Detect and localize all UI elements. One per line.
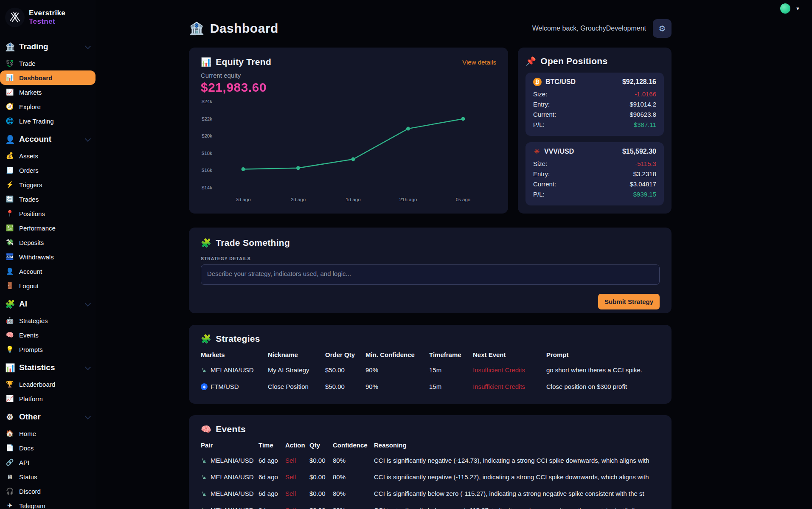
sidebar-item-logout[interactable]: 🚪Logout xyxy=(0,278,96,293)
table-row: 🗽MELANIA/USD6d agoSell$0.0080%CCI is sig… xyxy=(201,502,660,509)
sidebar-section-account[interactable]: 👤Account xyxy=(0,130,96,149)
column-header: Timeframe xyxy=(429,348,473,362)
brand[interactable]: Everstrike Testnet xyxy=(0,4,96,31)
current-equity-label: Current equity xyxy=(201,72,496,79)
sidebar-label: Other xyxy=(19,412,41,422)
event-pair: 🗽MELANIA/USD xyxy=(201,457,258,464)
sidebar-item-triggers[interactable]: ⚡Triggers xyxy=(0,177,96,192)
sidebar-item-platform[interactable]: 📈Platform xyxy=(0,391,96,406)
view-details-link[interactable]: View details xyxy=(462,59,496,66)
assets-icon: 💰 xyxy=(5,152,14,160)
ftm-coin-icon: ◈ xyxy=(201,383,208,390)
trades-icon: 🔄 xyxy=(5,195,14,203)
sidebar-item-api[interactable]: 🔗API xyxy=(0,455,96,470)
trade-something-title: Trade Something xyxy=(216,238,290,248)
sidebar-label: Markets xyxy=(19,89,42,96)
performance-icon: 💹 xyxy=(5,224,14,232)
events-icon: 🧠 xyxy=(5,331,14,339)
position-row: Current:$90623.8 xyxy=(533,110,656,120)
welcome-text: Welcome back, GrouchyDevelopment xyxy=(532,25,646,32)
pushpin-icon: 📌 xyxy=(525,56,536,66)
sidebar-item-live-trading[interactable]: 🌐Live Trading xyxy=(0,114,96,128)
strategies-table: MarketsNicknameOrder QtyMin. ConfidenceT… xyxy=(201,348,660,395)
position-row: Current:$3.04817 xyxy=(533,179,656,189)
event-action: Sell xyxy=(285,506,296,509)
sidebar-item-withdrawals[interactable]: 🏧Withdrawals xyxy=(0,250,96,264)
equity-trend-title: Equity Trend xyxy=(216,57,271,67)
btc-coin-icon: ₿ xyxy=(533,78,542,86)
column-header: Prompt xyxy=(546,348,660,362)
sidebar-item-orders[interactable]: 🧾Orders xyxy=(0,163,96,177)
sidebar-label: Telegram xyxy=(19,502,45,509)
telegram-icon: ✈ xyxy=(5,502,14,509)
brand-env: Testnet xyxy=(29,17,65,26)
puzzle-icon: 🧩 xyxy=(201,334,211,344)
sidebar-item-home[interactable]: 🏠Home xyxy=(0,426,96,441)
sidebar-item-deposits[interactable]: 💸Deposits xyxy=(0,235,96,250)
sidebar-item-performance[interactable]: 💹Performance xyxy=(0,221,96,235)
events-title: Events xyxy=(216,424,246,434)
settings-button[interactable]: ⚙ xyxy=(653,19,672,38)
chevron-down-icon[interactable]: ▼ xyxy=(795,6,800,11)
melania-coin-icon: 🗽 xyxy=(201,490,208,497)
sidebar-label: Positions xyxy=(19,210,45,217)
sidebar-label: Trade xyxy=(19,60,36,67)
sidebar-item-assets[interactable]: 💰Assets xyxy=(0,149,96,163)
strategies-title: Strategies xyxy=(216,334,260,344)
sidebar-item-account-page[interactable]: 👤Account xyxy=(0,264,96,278)
sidebar-label: Home xyxy=(19,430,36,437)
sidebar-label: Account xyxy=(19,268,42,275)
sidebar-label: Dashboard xyxy=(19,74,52,82)
column-header: Confidence xyxy=(333,438,374,452)
sidebar-label: AI xyxy=(19,299,27,309)
table-row: 🗽MELANIA/USD6d agoSell$0.0080%CCI is sig… xyxy=(201,469,660,485)
sidebar-item-dashboard[interactable]: 📊Dashboard xyxy=(0,70,96,85)
sidebar-section-statistics[interactable]: 📊Statistics xyxy=(0,358,96,377)
position-card-vvv[interactable]: ✳VVV/USD $15,592.30 Size:-5115.3 Entry:$… xyxy=(525,142,664,205)
prompts-icon: 💡 xyxy=(5,346,14,353)
sidebar-label: Leaderboard xyxy=(19,381,55,388)
sidebar-label: Statistics xyxy=(19,363,55,372)
sidebar-label: Performance xyxy=(19,225,56,232)
sidebar-item-strategies[interactable]: 🤖Strategies xyxy=(0,313,96,328)
sidebar-item-positions[interactable]: 📍Positions xyxy=(0,206,96,221)
svg-text:$24k: $24k xyxy=(202,99,212,104)
sidebar-item-prompts[interactable]: 💡Prompts xyxy=(0,342,96,357)
sidebar-label: Live Trading xyxy=(19,118,54,125)
sidebar-item-docs[interactable]: 📄Docs xyxy=(0,441,96,455)
vvv-coin-icon: ✳ xyxy=(533,147,540,156)
sidebar-label: Platform xyxy=(19,395,43,402)
sidebar-item-trade[interactable]: 💱Trade xyxy=(0,56,96,70)
svg-text:$16k: $16k xyxy=(202,168,212,173)
svg-text:$22k: $22k xyxy=(202,116,212,121)
sidebar-section-ai[interactable]: 🧩AI xyxy=(0,295,96,313)
sidebar-item-discord[interactable]: 🎧Discord xyxy=(0,484,96,498)
position-card-btc[interactable]: ₿BTC/USD $92,128.16 Size:-1.0166 Entry:$… xyxy=(525,73,664,136)
avatar[interactable] xyxy=(780,3,790,14)
position-pair: ✳VVV/USD xyxy=(533,147,574,156)
position-row: Size:-1.0166 xyxy=(533,89,656,99)
column-header: Time xyxy=(258,438,285,452)
sidebar-item-status[interactable]: 🖥Status xyxy=(0,470,96,484)
strategy-details-input[interactable] xyxy=(201,264,660,285)
sidebar-label: Orders xyxy=(19,167,39,174)
event-action: Sell xyxy=(285,473,296,481)
open-positions-title: Open Positions xyxy=(540,56,607,66)
submit-strategy-button[interactable]: Submit Strategy xyxy=(598,294,660,309)
topbar: 🏦 Dashboard Welcome back, GrouchyDevelop… xyxy=(189,18,672,39)
brain-icon: 🧠 xyxy=(201,424,211,434)
position-row: Entry:$3.2318 xyxy=(533,169,656,179)
melania-coin-icon: 🗽 xyxy=(201,367,208,374)
sidebar-section-other[interactable]: ⚙Other xyxy=(0,408,96,426)
sidebar-item-telegram[interactable]: ✈Telegram xyxy=(0,498,96,509)
svg-text:1d ago: 1d ago xyxy=(346,197,360,202)
sidebar-item-markets[interactable]: 📈Markets xyxy=(0,85,96,99)
main-content: 🏦 Dashboard Welcome back, GrouchyDevelop… xyxy=(189,0,672,509)
sidebar-item-trades[interactable]: 🔄Trades xyxy=(0,192,96,206)
sidebar-item-explore[interactable]: 🧭Explore xyxy=(0,99,96,114)
event-pair: 🗽MELANIA/USD xyxy=(201,473,258,481)
sidebar-section-trading[interactable]: 🏦Trading xyxy=(0,37,96,56)
sidebar-item-events[interactable]: 🧠Events xyxy=(0,328,96,342)
trading-icon: 🏦 xyxy=(5,42,14,52)
sidebar-item-leaderboard[interactable]: 🏆Leaderboard xyxy=(0,377,96,391)
